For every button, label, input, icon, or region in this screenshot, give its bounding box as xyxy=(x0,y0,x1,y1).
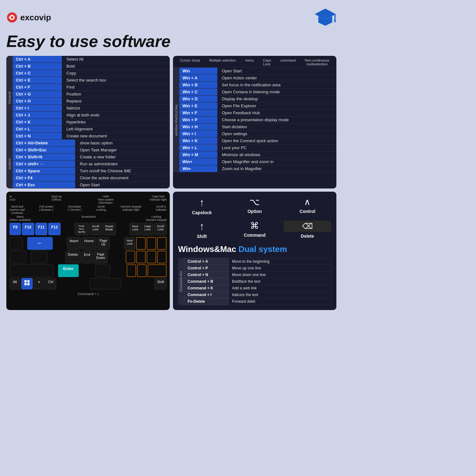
key-cell: Command + K xyxy=(184,285,229,292)
annot-scroll-locking: ScrollLocking xyxy=(96,205,106,215)
desc-cell: Align at both ends xyxy=(62,112,170,119)
enter-row: Enter xyxy=(10,264,167,277)
svg-rect-10 xyxy=(24,283,27,285)
mac-key-control: ∧ Control xyxy=(284,197,331,215)
keyboard-legend: Cursor Jump Multiple selection menu Caps… xyxy=(173,56,336,68)
key-end[interactable]: End xyxy=(82,251,93,263)
table-row: Ctrl + SpaceTurn on/off the Chinese IME xyxy=(13,168,170,175)
legend-command: command xyxy=(280,58,295,66)
option-symbol: ⌥ xyxy=(231,197,278,207)
key-menu[interactable]: ≡ xyxy=(34,278,44,289)
annot-scroll-indicator: Scroll lcindicator xyxy=(156,205,167,215)
key-scroll-lock[interactable]: ScrollLock xyxy=(89,223,102,235)
table-row: Ctrl + ASelect All xyxy=(13,56,170,63)
key-cell: Ctrl + G xyxy=(13,91,62,98)
key-pagedown[interactable]: PageDowm xyxy=(94,251,108,263)
key-enter[interactable]: Enter xyxy=(58,264,79,277)
key-orange4 xyxy=(126,251,135,263)
desc-cell: show basic option xyxy=(75,140,170,147)
right-shortcut-panel: Cursor Jump Multiple selection menu Caps… xyxy=(173,56,336,188)
key-f12[interactable]: F12 xyxy=(48,223,61,235)
key-f10[interactable]: F10 xyxy=(22,223,34,235)
system-section: system Ctrl + Alt+Deleteshow basic optio… xyxy=(6,140,170,188)
window-label: window shortcut key xyxy=(173,68,179,172)
key-home[interactable]: Home xyxy=(82,237,96,250)
key-win[interactable] xyxy=(21,278,33,289)
delete-label: Delete xyxy=(301,234,314,239)
annot-menu: Menu(When available) xyxy=(10,215,31,221)
table-row: Ctrl + NCreate new document xyxy=(13,133,170,140)
nav-row2: Delete End PageDowm xyxy=(10,251,167,263)
command-label: Command xyxy=(244,233,265,238)
annot-screenshot: Screenshot xyxy=(81,215,96,221)
key-shift[interactable]: Shift xyxy=(155,278,167,289)
table-row: Ctrl + CCopy xyxy=(13,70,170,77)
key-pageup[interactable]: PageUp xyxy=(97,237,109,250)
table-row: Ctrl + ESelect the search box xyxy=(13,77,170,84)
dual-system-title: Windows&Mac Dual system xyxy=(178,244,331,254)
desc-cell: Copy xyxy=(62,70,170,77)
svg-point-2 xyxy=(11,16,13,19)
desc-cell: Open Task Manager xyxy=(75,147,170,154)
delete-symbol: ⌫ xyxy=(284,221,331,232)
table-row: Win + KOpen the Connect quick action xyxy=(179,137,336,144)
key-orange6 xyxy=(147,251,156,263)
desc-cell: Open Cortana in listening mode xyxy=(217,89,336,96)
desc-cell: Open Action center xyxy=(217,75,336,82)
key-insert[interactable]: Ibsert xyxy=(67,237,81,250)
key-pause[interactable]: PauseBreak xyxy=(102,223,116,235)
key-f9[interactable]: F9 xyxy=(10,223,21,235)
desc-cell: Turn on/off the Chinese IME xyxy=(75,168,170,175)
key-cell: Ctrl + L xyxy=(13,126,62,133)
desc-cell: Open settings xyxy=(217,130,336,137)
key-caps-lock2[interactable]: CapsLock xyxy=(142,223,153,235)
table-row: Ctrl + F4Close the active document xyxy=(13,175,170,182)
table-row: Control + NMove down one line xyxy=(184,272,331,278)
desc-cell: Choose a presentation display mode xyxy=(217,116,336,123)
table-row: Win + LLock your PC xyxy=(179,144,336,151)
key-cell: Win + F xyxy=(179,109,217,116)
command-symbol: ⌘ xyxy=(231,221,278,231)
key-cell: Ctrl + C xyxy=(13,70,62,77)
desc-cell: Select the search box xyxy=(62,77,170,84)
table-row: Command + IItalicize the text xyxy=(184,292,331,298)
table-row: Win + FOpen Feedback Hub xyxy=(179,109,336,116)
key-alt[interactable]: Alt xyxy=(10,278,20,289)
table-row: Fn-DeleteForward delet xyxy=(184,298,331,305)
key-prtsc[interactable]: PeintScmSysRp xyxy=(75,223,89,235)
key-orange1 xyxy=(136,237,146,250)
table-row: Ctrl + KHyperlinks xyxy=(13,119,170,126)
key-scroll-lock2[interactable]: ScrollLock xyxy=(154,223,167,235)
key-num-lock2[interactable]: NumLock xyxy=(124,237,135,250)
desc-cell: Find xyxy=(62,84,170,91)
key-cell: Win- xyxy=(179,165,217,172)
key-ctrl[interactable]: Ctrl xyxy=(45,278,56,289)
nav-row1: ← Ibsert Home PageUp NumLock xyxy=(10,237,167,250)
option-label: Option xyxy=(248,209,262,214)
desc-cell: Close the active document xyxy=(75,175,170,182)
system-rows: Ctrl + Alt+Deleteshow basic optionCtrl +… xyxy=(13,140,170,188)
system-label: system xyxy=(6,140,13,188)
legend-multiple-selection: Multiple selection xyxy=(209,58,236,66)
keyboard-panel: tsn10) Save as(Office) +WinView systemin… xyxy=(6,192,170,310)
key-cell: Win + B xyxy=(179,82,217,89)
key-num-lock[interactable]: NumLock xyxy=(129,223,141,235)
table-row: Ctrl + LLeft Alignment xyxy=(13,126,170,133)
desc-cell: Move up one line xyxy=(229,265,331,272)
table-row: Win + AOpen Action center xyxy=(179,75,336,82)
table-row: Win + MMinimize all windows xyxy=(179,151,336,158)
key-cell: Ctrl + shift+ ← xyxy=(13,161,75,168)
key-backspace[interactable]: ← xyxy=(27,237,53,250)
doc-shortcuts-inner: Document sho Control + AMove to the begi… xyxy=(178,258,331,305)
key-delete[interactable]: Delete xyxy=(65,251,81,263)
desc-cell: Italicize xyxy=(62,105,170,112)
key-cell: Control + P xyxy=(184,265,229,272)
mac-key-option: ⌥ Option xyxy=(231,197,278,215)
key-f11[interactable]: F11 xyxy=(35,223,48,235)
annot-ts: tsn10) xyxy=(10,195,15,204)
key-cell: Ctrl + H xyxy=(13,98,62,105)
desc-cell: Open Magnifier and zoom in xyxy=(217,158,336,165)
key-cell: Ctrl + E xyxy=(13,77,62,84)
key-cell: Win + M xyxy=(179,151,217,158)
mac-keys-grid: ↑ Capslock ⌥ Option ∧ Control ↑ Shift ⌘ … xyxy=(178,197,331,239)
